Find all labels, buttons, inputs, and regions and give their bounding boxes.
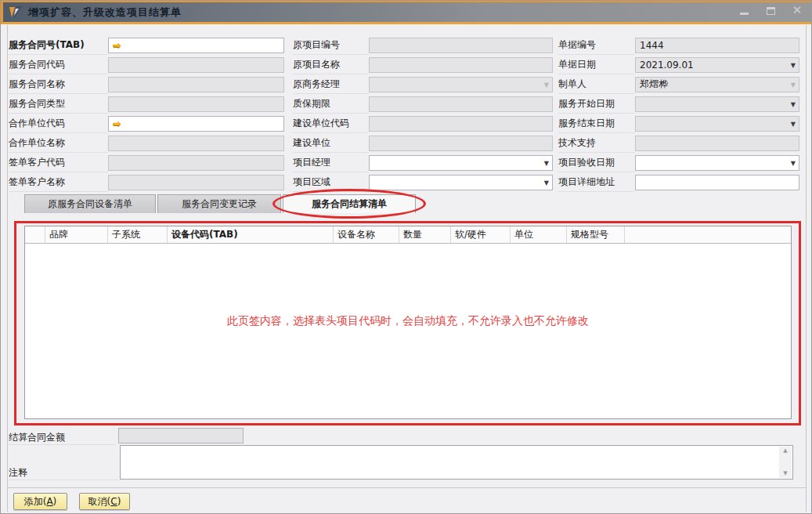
field-label: 合作单位代码 <box>9 114 108 133</box>
close-icon: ✕ <box>792 5 803 16</box>
original-business-manager-select: ▼ <box>369 77 553 92</box>
construction-unit-code-field <box>369 116 553 132</box>
column-header-subsystem[interactable]: 子系统 <box>108 226 168 243</box>
project-address-field[interactable] <box>635 175 799 190</box>
dropdown-arrow-icon[interactable]: ▼ <box>544 161 549 167</box>
project-acceptance-date-select[interactable]: ▼ <box>635 155 799 171</box>
project-region-select[interactable]: ▼ <box>369 175 553 190</box>
column-header-label: 设备代码(TAB) <box>171 228 238 241</box>
tab-original-equipment-list[interactable]: 原服务合同设备清单 <box>24 194 156 213</box>
maximize-button[interactable] <box>764 5 777 17</box>
dropdown-arrow-icon[interactable]: ▼ <box>791 161 796 167</box>
dropdown-arrow-icon[interactable]: ▼ <box>544 180 549 186</box>
field-label: 制单人 <box>558 74 635 94</box>
form-row: 项目区域 ▼ <box>293 172 553 192</box>
form-row: 建设单位代码 <box>293 114 553 133</box>
form-row: 单据日期 2021.09.01▼ <box>558 55 799 74</box>
dropdown-arrow-icon: ▼ <box>544 82 549 89</box>
dropdown-arrow-icon: ▼ <box>791 82 796 89</box>
column-header-unit[interactable]: 单位 <box>511 226 567 243</box>
tab-label: 服务合同变更记录 <box>182 197 257 211</box>
field-label: 服务开始日期 <box>558 94 635 114</box>
button-hotkey: C <box>110 496 117 507</box>
settlement-items-table: 品牌 子系统 设备代码(TAB) 设备名称 数量 软/硬件 单位 规格型号 此页… <box>24 226 792 419</box>
column-header-spec-model[interactable]: 规格型号 <box>567 226 625 243</box>
column-header-label: 设备名称 <box>337 228 375 241</box>
field-label: 原商务经理 <box>293 74 369 94</box>
form-row: 合作单位名称 <box>9 133 284 153</box>
service-start-date-select[interactable]: ▼ <box>635 96 799 112</box>
warranty-period-field <box>369 96 553 112</box>
field-label: 项目详细地址 <box>558 172 635 192</box>
title-bar: 增项扩容、升级改造项目结算单 <box>1 1 811 24</box>
cancel-button[interactable]: 取消(C) <box>79 493 130 510</box>
field-value: 郑熠桦 <box>640 78 668 91</box>
form-row: 服务合同类型 <box>9 94 284 114</box>
creator-select: 郑熠桦▼ <box>635 77 799 92</box>
field-label: 建设单位代码 <box>293 114 369 133</box>
column-header-soft-hardware[interactable]: 软/硬件 <box>451 226 511 243</box>
link-arrow-icon[interactable]: ➡ <box>113 118 121 129</box>
scroll-down-icon[interactable]: ▼ <box>783 471 787 476</box>
column-header-label: 数量 <box>403 228 422 241</box>
form-row: 项目经理 ▼ <box>293 153 553 172</box>
service-contract-number-field[interactable]: ➡ <box>108 38 284 53</box>
column-header-device-code[interactable]: 设备代码(TAB) <box>168 226 334 243</box>
tab-contract-settlement-list[interactable]: 服务合同结算清单 <box>283 194 416 213</box>
document-date-select[interactable]: 2021.09.01▼ <box>635 57 799 73</box>
app-window: 增项扩容、升级改造项目结算单 ✕ 服务合同号(TAB) ➡ 服务合同代码 服务合… <box>0 0 812 514</box>
form-row: 原项目名称 <box>293 55 553 74</box>
partner-unit-name-field <box>108 136 284 151</box>
dropdown-arrow-icon[interactable]: ▼ <box>791 121 796 128</box>
form-row: 单据编号 1444 <box>558 35 799 55</box>
window-controls: ✕ <box>738 1 803 20</box>
column-header-label: 规格型号 <box>571 228 608 241</box>
add-button[interactable]: 添加(A) <box>13 493 67 510</box>
form-row: 原项目编号 <box>293 35 553 55</box>
signing-customer-code-field <box>108 155 284 171</box>
field-label: 合作单位名称 <box>9 133 108 153</box>
service-end-date-select[interactable]: ▼ <box>635 116 799 132</box>
scroll-up-icon[interactable]: ▲ <box>783 448 787 454</box>
form-column-left: 服务合同号(TAB) ➡ 服务合同代码 服务合同名称 服务合同类型 合作单位代码… <box>9 35 284 192</box>
column-header-quantity[interactable]: 数量 <box>399 226 451 243</box>
form-column-right: 单据编号 1444 单据日期 2021.09.01▼ 制单人 郑熠桦▼ 服务开始… <box>558 35 799 192</box>
form-row: 项目详细地址 <box>558 172 799 192</box>
notes-textarea[interactable]: ▲ ▼ <box>120 445 793 480</box>
window-title: 增项扩容、升级改造项目结算单 <box>28 5 182 20</box>
dropdown-arrow-icon[interactable]: ▼ <box>791 102 796 108</box>
form-row: 合作单位代码 ➡ <box>9 114 284 133</box>
link-arrow-icon[interactable]: ➡ <box>113 40 121 51</box>
minimize-button[interactable] <box>738 5 750 17</box>
service-contract-type-field <box>108 96 284 112</box>
tab-contract-change-records[interactable]: 服务合同变更记录 <box>157 194 281 213</box>
column-header-brand[interactable]: 品牌 <box>45 226 108 243</box>
tab-label: 服务合同结算清单 <box>312 197 387 211</box>
form-row: 服务开始日期 ▼ <box>558 94 799 114</box>
form-row: 服务结束日期 ▼ <box>558 114 799 133</box>
field-value: 2021.09.01 <box>640 60 694 71</box>
tech-support-field <box>635 136 799 151</box>
project-manager-select[interactable]: ▼ <box>369 155 553 171</box>
column-header-label: 软/硬件 <box>455 228 486 241</box>
dropdown-arrow-icon[interactable]: ▼ <box>791 63 796 69</box>
field-label: 单据编号 <box>558 35 635 55</box>
row-selector-header[interactable] <box>25 226 45 243</box>
service-contract-code-field <box>108 57 284 73</box>
close-button[interactable]: ✕ <box>791 5 803 17</box>
button-label: ) <box>53 496 57 507</box>
column-header-label: 单位 <box>514 228 533 241</box>
field-label: 原项目名称 <box>293 55 369 74</box>
maximize-icon <box>767 7 775 15</box>
form-row: 原商务经理 ▼ <box>293 74 553 94</box>
column-header-device-name[interactable]: 设备名称 <box>334 226 399 243</box>
form-row: 服务合同号(TAB) ➡ <box>9 35 284 55</box>
notes-scrollbar[interactable]: ▲ ▼ <box>779 447 792 478</box>
partner-unit-code-field[interactable]: ➡ <box>108 116 284 132</box>
column-header-label: 子系统 <box>112 228 140 241</box>
button-hotkey: A <box>46 496 52 507</box>
form-row: 服务合同名称 <box>9 74 284 94</box>
table-note-text: 此页签内容，选择表头项目代码时，会自动填充，不允许录入也不允许修改 <box>25 314 791 328</box>
column-header-label: 品牌 <box>49 228 68 241</box>
settlement-amount-label: 结算合同金额 <box>9 431 117 445</box>
